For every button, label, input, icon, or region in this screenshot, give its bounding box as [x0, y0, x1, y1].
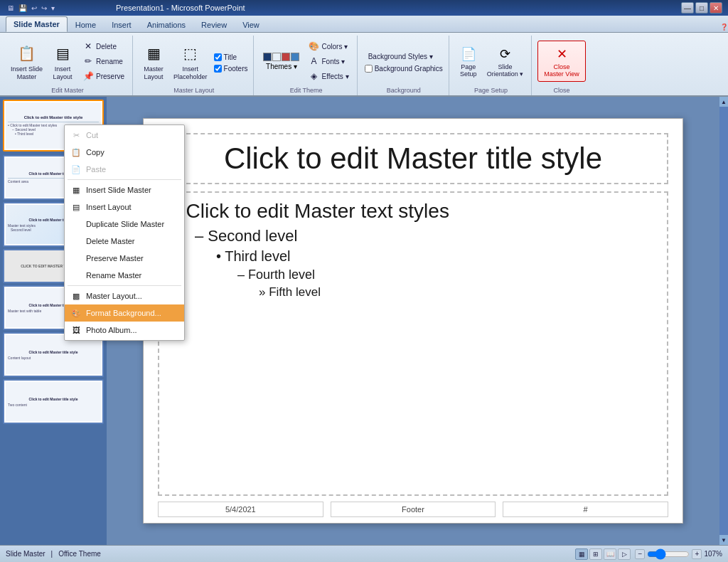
view-buttons: ▦ ⊞ 📖 ▷: [575, 548, 631, 560]
hide-background-checkbox[interactable]: [365, 65, 373, 73]
zoom-control: − + 107%: [635, 548, 722, 560]
master-layout-btn[interactable]: ▦ MasterLayout: [139, 40, 168, 83]
status-bar: Slide Master | Office Theme ▦ ⊞ 📖 ▷ − + …: [0, 545, 728, 562]
checkboxes-group: Title Footers: [213, 50, 250, 73]
slide-title-area[interactable]: Click to edit Master title style: [158, 133, 668, 184]
themes-label: Themes ▾: [266, 63, 297, 70]
colors-label: Colors ▾: [321, 43, 348, 51]
slide-canvas[interactable]: Click to edit Master title style • Click…: [143, 118, 683, 524]
title-checkbox-item[interactable]: Title: [213, 53, 250, 62]
background-styles-btn[interactable]: Background Styles ▾: [363, 51, 444, 63]
thumb-7-title: Click to edit Master title style: [8, 397, 99, 401]
reading-view-btn[interactable]: 📖: [604, 548, 616, 560]
ribbon-tabs: Slide Master Home Insert Animations Revi…: [0, 16, 728, 33]
insert-slide-master-btn[interactable]: 📋 Insert SlideMaster: [7, 40, 46, 83]
slide-thumb-7[interactable]: Click to edit Master title style Two con…: [3, 379, 104, 424]
ctx-dup-label: Duplicate Slide Master: [86, 220, 107, 228]
ribbon-group-page-setup: 📄 PageSetup ⟳ SlideOrientation ▾ Page Se…: [451, 36, 532, 95]
effects-icon: ◈: [308, 70, 319, 82]
ctx-insert-layout[interactable]: ▤ Insert Layout: [65, 198, 107, 216]
context-menu: ✂ Cut 📋 Copy 📄 Paste ▦ Insert Slide Mast…: [64, 124, 107, 341]
close-master-icon: ✕: [552, 44, 572, 64]
footers-checkbox-item[interactable]: Footers: [213, 64, 250, 73]
insert-placeholder-btn[interactable]: ⬚ InsertPlaceholder: [170, 40, 211, 83]
slide-content-area[interactable]: • Click to edit Master text styles – Sec…: [158, 191, 668, 496]
normal-view-btn[interactable]: ▦: [575, 548, 588, 560]
ctx-del-icon: [70, 235, 82, 247]
content-level3: • Third level: [216, 248, 653, 265]
hide-background-label: Background Graphics: [375, 65, 443, 73]
fonts-label: Fonts ▾: [321, 58, 345, 65]
app-icon: 🖥: [6, 4, 16, 12]
ctx-master-layout[interactable]: ▩ Master Layout...: [65, 287, 107, 304]
preserve-btn[interactable]: 📌 Preserve: [79, 69, 128, 83]
rename-label: Rename: [96, 58, 123, 65]
ctx-delete-master[interactable]: Delete Master: [65, 233, 107, 250]
maximize-btn[interactable]: □: [695, 2, 708, 14]
ctx-copy[interactable]: 📋 Copy: [65, 144, 107, 161]
slide-sorter-btn[interactable]: ⊞: [589, 548, 602, 560]
effects-btn[interactable]: ◈ Effects ▾: [304, 69, 352, 83]
close-btn[interactable]: ✕: [710, 2, 722, 14]
zoom-slider[interactable]: [647, 548, 690, 560]
preserve-icon: 📌: [82, 70, 94, 82]
app-title: Presentation1 - Microsoft PowerPoint: [116, 4, 245, 12]
page-setup-btn[interactable]: 📄 PageSetup: [455, 42, 482, 80]
background-section: Background Styles ▾ Background Graphics: [363, 49, 444, 73]
status-slide-master: Slide Master: [6, 550, 46, 558]
main-area: 1 Click to edit Master title style • Cli…: [0, 97, 728, 545]
content-level1: • Click to edit Master text styles: [173, 200, 653, 223]
zoom-out-btn[interactable]: −: [635, 549, 645, 559]
tab-home[interactable]: Home: [68, 17, 104, 32]
colors-btn[interactable]: 🎨 Colors ▾: [304, 39, 352, 53]
ctx-format-background[interactable]: 🎨 Format Background...: [65, 304, 107, 322]
ctx-rename-master[interactable]: Rename Master: [65, 267, 107, 284]
ribbon-group-background: Background Styles ▾ Background Graphics …: [359, 36, 449, 95]
help-icon[interactable]: ❓: [720, 23, 728, 31]
preserve-label: Preserve: [96, 73, 124, 80]
ctx-preserve-master[interactable]: Preserve Master: [65, 250, 107, 267]
ctx-insert-slide-master[interactable]: ▦ Insert Slide Master: [65, 181, 107, 198]
fonts-btn[interactable]: A Fonts ▾: [304, 54, 352, 68]
ctx-duplicate[interactable]: Duplicate Slide Master: [65, 216, 107, 233]
undo-quick-btn[interactable]: ↩: [30, 4, 38, 12]
minimize-btn[interactable]: —: [681, 2, 694, 14]
swatch-light: [272, 53, 281, 61]
slide-panel: 1 Click to edit Master title style • Cli…: [0, 97, 107, 545]
scroll-down-arrow[interactable]: ▼: [719, 535, 728, 545]
right-scrollbar: ▲ ▼: [719, 97, 728, 545]
ctx-pa-label: Photo Album...: [86, 326, 107, 334]
slide-orientation-icon: ⟳: [496, 44, 515, 64]
slideshow-btn[interactable]: ▷: [618, 548, 631, 560]
page-setup-group-label: Page Setup: [451, 87, 532, 94]
rename-btn[interactable]: ✏ Rename: [79, 54, 128, 68]
save-quick-btn[interactable]: 💾: [17, 4, 28, 12]
themes-btn[interactable]: Themes ▾: [259, 51, 303, 73]
scroll-up-arrow[interactable]: ▲: [719, 97, 728, 107]
slide-orientation-btn[interactable]: ⟳ SlideOrientation ▾: [483, 42, 528, 80]
ctx-rename-label: Rename Master: [86, 271, 107, 280]
ctx-insert-sm-label: Insert Slide Master: [86, 186, 107, 194]
close-master-view-btn[interactable]: ✕ CloseMaster View: [537, 41, 585, 82]
delete-btn[interactable]: ✕ Delete: [79, 39, 128, 53]
insert-layout-btn[interactable]: ▤ InsertLayout: [48, 40, 77, 83]
ctx-photo-album[interactable]: 🖼 Photo Album...: [65, 322, 107, 339]
master-layout-label: MasterLayout: [144, 65, 164, 81]
hide-background-checkbox-item[interactable]: Background Graphics: [363, 64, 444, 73]
tab-animations[interactable]: Animations: [139, 17, 193, 32]
title-checkbox[interactable]: [214, 53, 222, 61]
insert-slide-master-icon: 📋: [16, 42, 38, 65]
tab-view[interactable]: View: [235, 17, 267, 32]
footers-checkbox[interactable]: [214, 65, 222, 73]
tab-insert[interactable]: Insert: [104, 17, 139, 32]
customize-quick-btn[interactable]: ▾: [50, 4, 56, 12]
insert-placeholder-label: InsertPlaceholder: [173, 65, 208, 81]
zoom-in-btn[interactable]: +: [692, 549, 702, 559]
ctx-fb-label: Format Background...: [86, 309, 107, 317]
thumb-6-title: Click to edit Master title style: [8, 350, 99, 354]
redo-quick-btn[interactable]: ↪: [40, 4, 48, 12]
zoom-level: 107%: [704, 550, 722, 558]
tab-review[interactable]: Review: [193, 17, 235, 32]
ctx-cut: ✂ Cut: [65, 127, 107, 144]
tab-slide-master[interactable]: Slide Master: [6, 16, 68, 32]
